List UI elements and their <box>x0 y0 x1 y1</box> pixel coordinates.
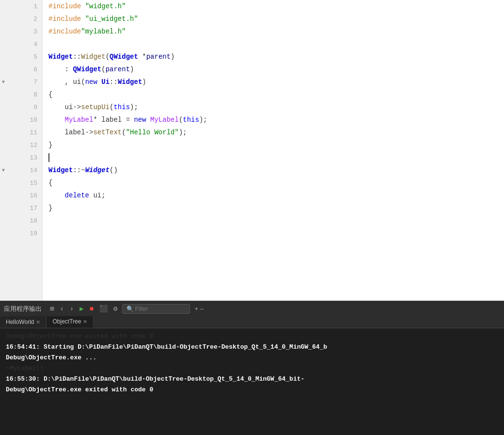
code-line-3: #include"mylabel.h" <box>48 25 504 38</box>
line-num-5: 5 <box>0 50 42 63</box>
line-num-16: 16 <box>0 189 42 202</box>
line-num-1: 1 <box>0 0 42 13</box>
code-line-17: } <box>48 202 504 214</box>
code-line-19 <box>48 227 504 240</box>
panel-tab-label: ObjectTree <box>52 318 81 325</box>
code-line-12: } <box>48 139 504 151</box>
output-line: 16:55:30: D:\PiDanFile\PiDanQT\build-Obj… <box>6 374 498 385</box>
line-num-11: 11 <box>0 126 42 139</box>
panel-tab-helloworld[interactable]: HelloWorld✕ <box>0 316 47 328</box>
toolbar-layout-icon[interactable]: ⊞ <box>48 304 55 314</box>
code-line-14: Widget::~Widget() <box>48 164 504 177</box>
line-num-10: 10 <box>0 113 42 126</box>
line-num-6: 6 <box>0 63 42 76</box>
code-line-10: MyLabel* label = new MyLabel(this); <box>48 113 504 126</box>
code-line-9: ui->setupUi(this); <box>48 101 504 113</box>
line-num-17: 17 <box>0 202 42 214</box>
code-line-18 <box>48 214 504 227</box>
code-line-16: delete ui; <box>48 189 504 202</box>
code-line-5: Widget::Widget(QWidget *parent) <box>48 50 504 63</box>
panel-tab-close-objecttree[interactable]: ✕ <box>83 319 87 325</box>
line-num-13: 13 <box>0 151 42 164</box>
code-content[interactable]: #include "widget.h"#include "ui_widget.h… <box>43 0 504 301</box>
output-line: Debug\ObjectTree.exe exited with code 0 <box>6 385 498 395</box>
output-line: Debug\ObjectTree.exe exited with code 0 <box>6 331 498 342</box>
code-line-2: #include "ui_widget.h" <box>48 13 504 25</box>
output-line: ~MyLabel() <box>6 363 498 374</box>
toolbar-next-icon[interactable]: › <box>68 304 75 314</box>
code-line-11: label->setText("Hello World"); <box>48 126 504 139</box>
panel-tab-label: HelloWorld <box>6 319 34 325</box>
line-num-7: 7 <box>0 76 42 88</box>
filter-input[interactable] <box>122 304 190 314</box>
line-num-14: 14 <box>0 164 42 177</box>
panel-output: Debug\ObjectTree.exe exited with code 01… <box>0 328 504 435</box>
panel-toolbar: 应用程序输出 ⊞ ‹ › ▶ ■ ⬛ ⚙ + – <box>0 301 504 316</box>
toolbar-stop-icon[interactable]: ■ <box>88 304 95 314</box>
line-num-9: 9 <box>0 101 42 113</box>
line-num-12: 12 <box>0 139 42 151</box>
line-num-2: 2 <box>0 13 42 25</box>
line-number-gutter: 12345678910111213141516171819 <box>0 0 43 301</box>
code-line-8: { <box>48 88 504 101</box>
code-line-7: , ui(new Ui::Widget) <box>48 76 504 88</box>
panel-tab-objecttree[interactable]: ObjectTree✕ <box>47 316 94 328</box>
output-line: 16:54:41: Starting D:\PiDanFile\PiDanQT\… <box>6 342 498 353</box>
toolbar-prev-icon[interactable]: ‹ <box>58 304 65 314</box>
line-num-8: 8 <box>0 88 42 101</box>
panel-title: 应用程序输出 <box>4 305 42 313</box>
code-line-1: #include "widget.h" <box>48 0 504 13</box>
code-line-15: { <box>48 177 504 189</box>
code-line-6: : QWidget(parent) <box>48 63 504 76</box>
code-line-4 <box>48 38 504 50</box>
plus-minus-controls: + – <box>195 305 204 312</box>
toolbar-run-icon[interactable]: ▶ <box>78 304 85 314</box>
toolbar-step-icon[interactable]: ⬛ <box>98 304 109 314</box>
line-num-3: 3 <box>0 25 42 38</box>
toolbar-settings-icon[interactable]: ⚙ <box>112 304 119 314</box>
bottom-panel: 应用程序输出 ⊞ ‹ › ▶ ■ ⬛ ⚙ + – HelloWorld✕Obje… <box>0 301 504 435</box>
line-num-4: 4 <box>0 38 42 50</box>
code-editor: 12345678910111213141516171819 #include "… <box>0 0 504 301</box>
line-num-18: 18 <box>0 214 42 227</box>
panel-tab-close-helloworld[interactable]: ✕ <box>36 319 40 325</box>
text-cursor <box>48 153 49 162</box>
code-line-13 <box>48 151 504 164</box>
line-num-19: 19 <box>0 227 42 240</box>
panel-tabs: HelloWorld✕ObjectTree✕ <box>0 316 504 328</box>
line-num-15: 15 <box>0 177 42 189</box>
output-line: Debug\ObjectTree.exe ... <box>6 353 498 363</box>
